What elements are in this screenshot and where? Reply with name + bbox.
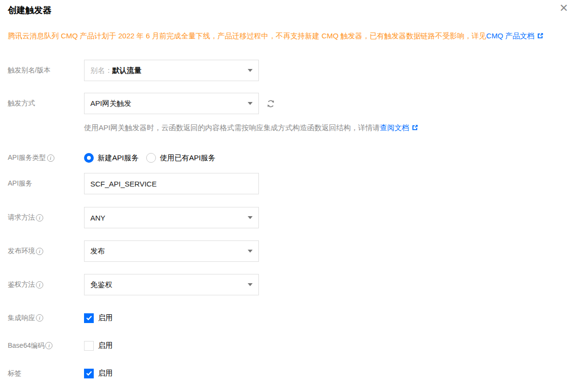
tags-checkbox[interactable]: [84, 369, 94, 378]
trigger-alias-select[interactable]: 别名： 默认流量: [84, 60, 259, 81]
close-icon[interactable]: ✕: [558, 1, 570, 16]
chevron-down-icon: [248, 216, 253, 219]
row-auth-method: 鉴权方法 i 免鉴权: [8, 274, 570, 295]
api-service-type-label: API服务类型: [8, 153, 46, 162]
refresh-icon[interactable]: [266, 98, 276, 109]
row-request-method: 请求方法 i ANY: [8, 207, 570, 228]
external-link-icon[interactable]: [537, 30, 544, 44]
auth-method-select[interactable]: 免鉴权: [84, 274, 259, 295]
info-icon[interactable]: i: [36, 214, 43, 222]
chevron-down-icon: [248, 250, 253, 253]
api-service-input-wrap: [84, 173, 259, 194]
external-link-icon[interactable]: [411, 123, 419, 134]
release-env-label: 发布环境: [8, 247, 35, 256]
info-icon[interactable]: i: [45, 342, 52, 349]
request-method-value: ANY: [90, 214, 105, 222]
row-base64-encoding: Base64编码 i 启用: [8, 341, 570, 351]
create-trigger-form: 触发别名/版本 别名： 默认流量 触发方式 API网关触发: [8, 60, 570, 378]
row-integrated-response: 集成响应 i 启用: [8, 313, 570, 323]
integrated-response-checkbox[interactable]: [84, 313, 94, 323]
page-title: 创建触发器: [8, 0, 570, 16]
view-docs-link[interactable]: 查阅文档: [380, 123, 409, 132]
base64-encoding-label: Base64编码: [8, 341, 44, 350]
info-icon[interactable]: i: [36, 248, 43, 255]
chevron-down-icon: [248, 69, 253, 72]
radio-new-api-service[interactable]: 新建API服务: [84, 153, 138, 163]
api-service-input[interactable]: [90, 173, 244, 194]
base64-encoding-checkbox[interactable]: [84, 341, 94, 351]
radio-unselected-icon: [146, 153, 156, 163]
release-env-select[interactable]: 发布: [84, 240, 259, 262]
warning-text: 腾讯云消息队列 CMQ 产品计划于 2022 年 6 月前完成全量下线，产品迁移…: [8, 32, 486, 40]
trigger-alias-label: 触发别名/版本: [8, 66, 51, 75]
release-env-value: 发布: [90, 247, 105, 256]
chevron-down-icon: [248, 102, 253, 105]
tags-label: 标签: [8, 369, 21, 378]
trigger-method-select[interactable]: API网关触发: [84, 93, 259, 114]
help-text: 使用API网关触发器时，云函数返回的内容格式需按响应集成方式构造函数返回结构，详…: [84, 123, 380, 132]
api-service-type-radio-group: 新建API服务 使用已有API服务: [84, 153, 223, 163]
row-tags: 标签 启用: [8, 368, 570, 378]
row-trigger-alias: 触发别名/版本 别名： 默认流量: [8, 60, 570, 81]
auth-method-label: 鉴权方法: [8, 280, 35, 289]
trigger-method-label: 触发方式: [8, 99, 35, 108]
base64-encoding-checkbox-label[interactable]: 启用: [98, 341, 113, 350]
alias-value: 默认流量: [112, 66, 141, 75]
radio-selected-icon: [84, 153, 94, 163]
row-release-env: 发布环境 i 发布: [8, 240, 570, 262]
alias-prefix: 别名：: [90, 66, 112, 75]
radio-existing-api-service[interactable]: 使用已有API服务: [146, 153, 215, 163]
info-icon[interactable]: i: [47, 154, 54, 162]
request-method-label: 请求方法: [8, 213, 35, 222]
tags-checkbox-label[interactable]: 启用: [98, 369, 113, 378]
cmq-deprecation-notice: 腾讯云消息队列 CMQ 产品计划于 2022 年 6 月前完成全量下线，产品迁移…: [8, 29, 570, 44]
row-trigger-method: 触发方式 API网关触发: [8, 93, 570, 114]
create-trigger-dialog: 创建触发器 ✕ 腾讯云消息队列 CMQ 产品计划于 2022 年 6 月前完成全…: [0, 0, 578, 392]
trigger-method-help: 使用API网关触发器时，云函数返回的内容格式需按响应集成方式构造函数返回结构，详…: [84, 122, 570, 134]
request-method-select[interactable]: ANY: [84, 207, 259, 228]
integrated-response-label: 集成响应: [8, 314, 35, 323]
trigger-method-value: API网关触发: [90, 99, 131, 108]
auth-method-value: 免鉴权: [90, 280, 112, 290]
cmq-doc-link[interactable]: CMQ 产品文档: [486, 32, 534, 40]
info-icon[interactable]: i: [36, 281, 43, 289]
row-api-service-type: API服务类型 i 新建API服务 使用已有API服务: [8, 153, 570, 163]
integrated-response-checkbox-label[interactable]: 启用: [98, 313, 113, 323]
chevron-down-icon: [248, 283, 253, 286]
row-api-service: API服务: [8, 173, 570, 194]
info-icon[interactable]: i: [36, 314, 43, 322]
api-service-label: API服务: [8, 179, 33, 188]
